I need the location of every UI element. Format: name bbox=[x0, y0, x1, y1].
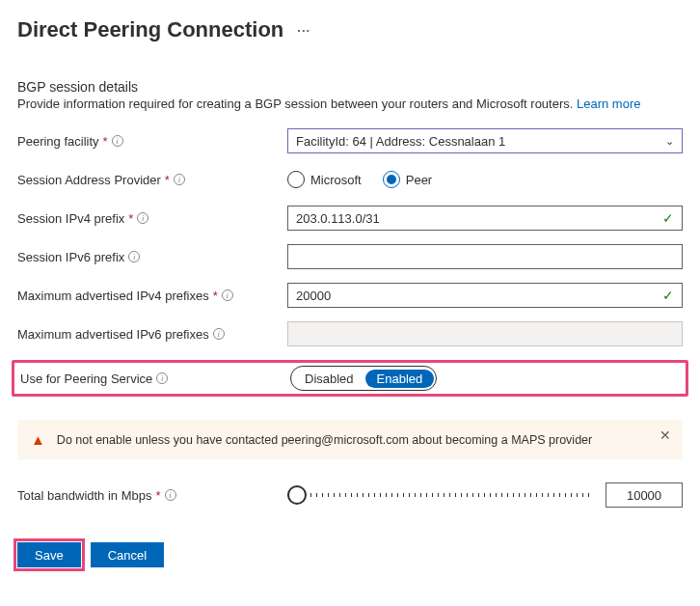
toggle-enabled[interactable]: Enabled bbox=[365, 370, 435, 388]
radio-peer[interactable]: Peer bbox=[383, 171, 432, 188]
label-peering-facility: Peering facility bbox=[17, 134, 99, 149]
label-max-ipv4: Maximum advertised IPv4 prefixes bbox=[17, 289, 209, 303]
toggle-disabled[interactable]: Disabled bbox=[293, 370, 365, 388]
row-bandwidth: Total bandwidth in Mbps * i 10000 bbox=[17, 482, 683, 508]
warning-icon: ▲ bbox=[31, 431, 45, 448]
label-use-for-peering-service: Use for Peering Service bbox=[20, 372, 152, 386]
peering-service-toggle[interactable]: Disabled Enabled bbox=[290, 366, 437, 391]
required-marker: * bbox=[128, 211, 133, 226]
info-icon[interactable]: i bbox=[213, 328, 225, 340]
required-marker: * bbox=[103, 134, 108, 149]
label-ipv4-prefix: Session IPv4 prefix bbox=[17, 211, 124, 226]
info-icon[interactable]: i bbox=[112, 135, 123, 147]
label-session-address-provider: Session Address Provider bbox=[17, 173, 161, 187]
row-max-ipv6: Maximum advertised IPv6 prefixes i bbox=[17, 321, 683, 346]
info-icon[interactable]: i bbox=[222, 289, 233, 301]
more-actions-button[interactable]: ··· bbox=[297, 23, 310, 38]
ipv4-prefix-input[interactable]: 203.0.113.0/31 ✓ bbox=[287, 206, 683, 231]
required-marker: * bbox=[165, 173, 170, 187]
info-icon[interactable]: i bbox=[137, 212, 148, 224]
label-ipv6-prefix: Session IPv6 prefix bbox=[17, 250, 124, 264]
label-bandwidth: Total bandwidth in Mbps bbox=[17, 488, 151, 503]
label-max-ipv6: Maximum advertised IPv6 prefixes bbox=[17, 327, 209, 342]
info-icon[interactable]: i bbox=[156, 372, 168, 384]
section-description: Provide information required for creatin… bbox=[17, 96, 683, 111]
required-marker: * bbox=[155, 488, 160, 503]
page-title: Direct Peering Connection ··· bbox=[17, 17, 683, 42]
chevron-down-icon: ⌄ bbox=[665, 135, 674, 148]
row-ipv4-prefix: Session IPv4 prefix * i 203.0.113.0/31 ✓ bbox=[17, 206, 683, 231]
row-max-ipv4: Maximum advertised IPv4 prefixes * i 200… bbox=[17, 283, 683, 308]
section-title: BGP session details bbox=[17, 79, 683, 95]
check-icon: ✓ bbox=[662, 288, 674, 303]
row-session-address-provider: Session Address Provider * i Microsoft P… bbox=[17, 167, 683, 192]
session-address-provider-radiogroup: Microsoft Peer bbox=[287, 171, 432, 188]
row-ipv6-prefix: Session IPv6 prefix i bbox=[17, 244, 683, 269]
warning-text: Do not enable unless you have contacted … bbox=[57, 433, 592, 447]
required-marker: * bbox=[213, 289, 218, 303]
radio-microsoft[interactable]: Microsoft bbox=[287, 171, 362, 188]
info-icon[interactable]: i bbox=[165, 489, 176, 501]
learn-more-link[interactable]: Learn more bbox=[577, 96, 640, 111]
footer-buttons: Save Cancel bbox=[17, 542, 683, 567]
save-button[interactable]: Save bbox=[17, 542, 81, 567]
bandwidth-value[interactable]: 10000 bbox=[606, 482, 683, 508]
info-icon[interactable]: i bbox=[174, 174, 185, 185]
highlight-use-for-peering-service: Use for Peering Service i Disabled Enabl… bbox=[12, 360, 688, 397]
max-ipv4-input[interactable]: 20000 ✓ bbox=[287, 283, 683, 308]
check-icon: ✓ bbox=[662, 210, 674, 226]
cancel-button[interactable]: Cancel bbox=[91, 542, 164, 567]
info-icon[interactable]: i bbox=[128, 251, 140, 262]
max-ipv6-input bbox=[287, 321, 683, 346]
row-peering-facility: Peering facility * i FacilityId: 64 | Ad… bbox=[17, 128, 683, 153]
warning-banner: ▲ Do not enable unless you have contacte… bbox=[17, 420, 683, 459]
peering-facility-select[interactable]: FacilityId: 64 | Address: Cessnalaan 1 ⌄ bbox=[287, 128, 683, 153]
page-title-text: Direct Peering Connection bbox=[17, 17, 283, 42]
ipv6-prefix-input[interactable] bbox=[287, 244, 683, 269]
row-use-for-peering-service: Use for Peering Service i Disabled Enabl… bbox=[20, 366, 680, 391]
bandwidth-slider[interactable] bbox=[287, 493, 592, 497]
close-icon[interactable]: ✕ bbox=[660, 427, 671, 443]
